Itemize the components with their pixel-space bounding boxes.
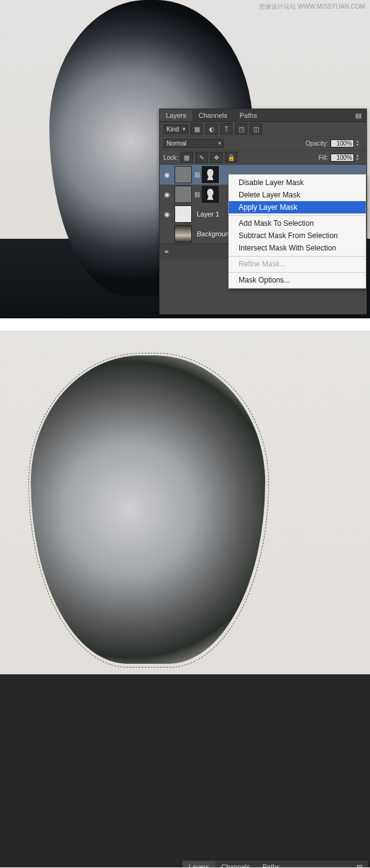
- mask-thumb[interactable]: [202, 166, 219, 183]
- mask-thumb[interactable]: [202, 186, 219, 203]
- menu-item[interactable]: Intersect Mask With Selection: [229, 242, 366, 254]
- visibility-icon[interactable]: ◉: [162, 189, 172, 199]
- mask-context-menu[interactable]: Disable Layer Mask Delete Layer Mask App…: [228, 174, 366, 289]
- lock-all-icon[interactable]: 🔒: [225, 152, 237, 163]
- menu-item[interactable]: Add Mask To Selection: [229, 215, 366, 229]
- layer-thumb[interactable]: [175, 205, 192, 223]
- screenshot-top: 思缘设计论坛 WWW.MISSYUAN.COM Layers Channels …: [0, 0, 370, 318]
- fill-label: Fill:: [318, 154, 328, 161]
- layer-thumb[interactable]: [175, 225, 192, 242]
- mask-link-icon[interactable]: ⛓: [194, 172, 199, 178]
- filter-kind-select[interactable]: Kind: [163, 125, 188, 134]
- tab-channels[interactable]: Channels: [215, 861, 256, 867]
- panel-menu-icon[interactable]: ▤: [350, 110, 366, 122]
- menu-item-disabled: Refine Mask...: [229, 256, 366, 270]
- mask-link-icon[interactable]: ⛓: [194, 191, 199, 198]
- visibility-icon[interactable]: ◉: [162, 209, 172, 219]
- opacity-label: Opacity:: [305, 140, 328, 147]
- panel-menu-icon[interactable]: ▤: [352, 861, 368, 868]
- opacity-field[interactable]: 100%: [331, 139, 354, 147]
- screenshot-bottom: Layers Channels Paths ▤ Kind ▦ ◐ T ◳ ◫ O…: [0, 331, 370, 867]
- fill-field[interactable]: 100%: [331, 154, 354, 162]
- tab-paths[interactable]: Paths: [257, 861, 286, 867]
- lock-move-icon[interactable]: ✥: [210, 152, 223, 163]
- visibility-icon[interactable]: ◉: [162, 170, 172, 180]
- opacity-stepper[interactable]: ▴▾: [356, 138, 363, 148]
- layer-thumb[interactable]: [175, 166, 192, 183]
- tab-channels[interactable]: Channels: [192, 110, 233, 121]
- tab-paths[interactable]: Paths: [234, 110, 263, 121]
- selection-marquee: [28, 353, 269, 668]
- menu-item-apply-layer-mask[interactable]: Apply Layer Mask: [229, 201, 366, 213]
- link-layers-icon[interactable]: ⚭: [163, 247, 170, 256]
- watermark: 思缘设计论坛 WWW.MISSYUAN.COM: [259, 2, 365, 11]
- tab-layers[interactable]: Layers: [183, 861, 215, 867]
- filter-adjust-icon[interactable]: ◐: [205, 123, 218, 134]
- visibility-icon[interactable]: [162, 229, 172, 239]
- menu-item[interactable]: Disable Layer Mask: [229, 176, 366, 189]
- layers-panel[interactable]: Layers Channels Paths ▤ Kind ▦ ◐ T ◳ ◫ O…: [182, 860, 368, 867]
- lock-paint-icon[interactable]: ✎: [195, 152, 208, 163]
- blend-mode-select[interactable]: Normal: [163, 139, 224, 148]
- menu-item[interactable]: Delete Layer Mask: [229, 189, 366, 201]
- filter-type-icon[interactable]: T: [220, 123, 232, 134]
- menu-item[interactable]: Mask Options...: [229, 272, 366, 286]
- fill-stepper[interactable]: ▴▾: [356, 152, 363, 162]
- lock-label: Lock:: [163, 154, 178, 161]
- filter-smart-icon[interactable]: ◫: [250, 123, 262, 134]
- layer-thumb[interactable]: [175, 186, 192, 203]
- tab-layers[interactable]: Layers: [160, 110, 192, 121]
- filter-pixel-icon[interactable]: ▦: [191, 123, 203, 134]
- menu-item[interactable]: Subtract Mask From Selection: [229, 229, 366, 242]
- filter-shape-icon[interactable]: ◳: [235, 123, 247, 134]
- lock-transparent-icon[interactable]: ▩: [181, 152, 193, 163]
